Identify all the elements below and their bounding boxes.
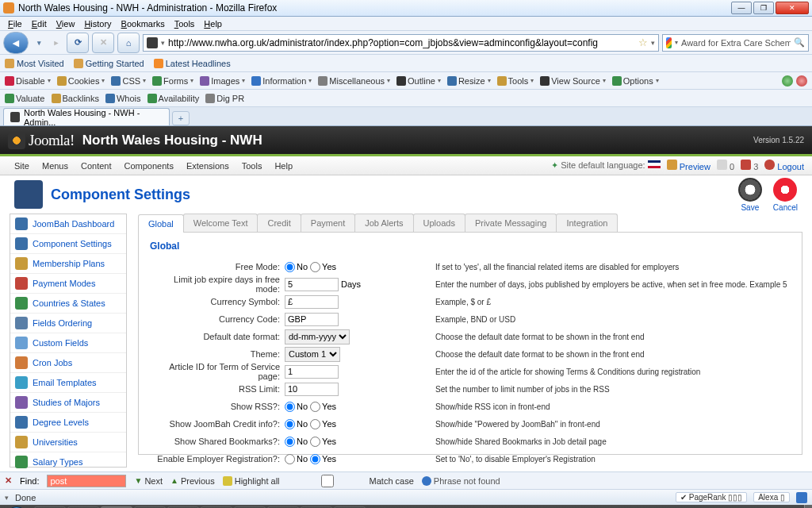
radio-no[interactable]: No (285, 419, 308, 429)
find-match-case[interactable]: Match case (288, 475, 414, 487)
seotool-availability[interactable]: Availability (147, 94, 200, 103)
logout-link[interactable]: Logout (764, 160, 804, 171)
radio-no[interactable]: No (285, 437, 308, 447)
tab-uploads[interactable]: Uploads (413, 214, 465, 232)
text-input[interactable] (285, 278, 339, 291)
devtool-outline[interactable]: Outline (396, 76, 441, 86)
cancel-button[interactable]: Cancel (773, 178, 798, 212)
sidebar-item[interactable]: JoomBah Dashboard (10, 214, 126, 234)
nav-back-dropdown[interactable]: ▾ (32, 33, 46, 53)
tab-global[interactable]: Global (138, 214, 184, 233)
nav-forward-button[interactable]: ► (49, 33, 63, 53)
devtool-css[interactable]: CSS (111, 76, 146, 86)
findbar-close[interactable]: ✕ (5, 475, 12, 486)
radio-yes[interactable]: Yes (310, 262, 336, 272)
sidebar-item[interactable]: Salary Types (10, 452, 126, 471)
pagerank-indicator[interactable]: ✔ PageRank ▯▯▯ (676, 492, 747, 502)
sidebar-item[interactable]: Fields Ordering (10, 314, 126, 333)
window-minimize[interactable]: — (731, 2, 752, 14)
bookmark-item[interactable]: Latest Headlines (154, 59, 231, 68)
window-close[interactable]: ✕ (776, 2, 809, 14)
select-input[interactable]: Custom 1 (285, 347, 340, 362)
nav-back-button[interactable]: ◄ (3, 32, 29, 54)
jmenu-tools[interactable]: Tools (236, 161, 269, 171)
sidebar-item[interactable]: Payment Modes (10, 274, 126, 294)
seotool-valuate[interactable]: Valuate (5, 94, 45, 103)
devtool-options[interactable]: Options (612, 76, 659, 86)
new-tab-button[interactable]: + (172, 111, 190, 125)
devtool-resize[interactable]: Resize (447, 76, 491, 86)
radio-no[interactable]: No (285, 454, 308, 464)
sidebar-item[interactable]: Cron Jobs (10, 353, 126, 373)
menu-tools[interactable]: Tools (170, 19, 200, 29)
bookmark-star-icon[interactable]: ☆ (638, 37, 648, 48)
tab-payment[interactable]: Payment (301, 214, 355, 232)
radio-yes[interactable]: Yes (310, 402, 336, 412)
find-input[interactable] (47, 475, 126, 487)
find-highlight-all[interactable]: Highlight all (223, 476, 280, 486)
check-fail-icon[interactable] (796, 75, 807, 87)
jmenu-site[interactable]: Site (8, 161, 36, 171)
users-count[interactable]: 3 (741, 160, 758, 171)
jmenu-menus[interactable]: Menus (36, 161, 75, 171)
nav-reload-button[interactable]: ⟳ (67, 33, 89, 53)
menu-view[interactable]: View (52, 19, 80, 29)
url-input[interactable] (168, 37, 635, 48)
devtool-tools[interactable]: Tools (497, 76, 534, 86)
messages-count[interactable]: 0 (717, 160, 734, 171)
tab-integration[interactable]: Integration (556, 214, 618, 232)
radio-yes[interactable]: Yes (310, 437, 336, 447)
jmenu-extensions[interactable]: Extensions (180, 161, 236, 171)
sidebar-item[interactable]: Email Templates (10, 373, 126, 393)
sidebar-item[interactable]: Universities (10, 433, 126, 452)
menu-edit[interactable]: Edit (27, 19, 52, 29)
menu-file[interactable]: File (3, 19, 27, 29)
search-bar[interactable]: ▾ 🔍 (662, 34, 809, 52)
devtool-cookies[interactable]: Cookies (57, 76, 105, 86)
tab-private-messaging[interactable]: Private Messaging (465, 214, 557, 232)
menu-help[interactable]: Help (199, 19, 227, 29)
check-ok-icon[interactable] (782, 75, 793, 87)
find-previous[interactable]: ▲Previous (170, 476, 215, 486)
search-input[interactable] (681, 38, 791, 48)
menu-bookmarks[interactable]: Bookmarks (117, 19, 170, 29)
find-next[interactable]: ▼Next (134, 476, 163, 486)
tab-job-alerts[interactable]: Job Alerts (354, 214, 413, 232)
devtool-miscellaneous[interactable]: Miscellaneous (318, 76, 390, 86)
select-input[interactable]: dd-mm-yyyy (285, 329, 350, 344)
sidebar-item[interactable]: Degree Levels (10, 413, 126, 433)
alexa-indicator[interactable]: Alexa ▯ (753, 492, 790, 502)
save-button[interactable]: Save (738, 178, 762, 212)
radio-yes[interactable]: Yes (310, 419, 336, 429)
show-desktop-button[interactable] (804, 505, 812, 508)
nav-home-button[interactable]: ⌂ (117, 33, 140, 53)
sidebar-item[interactable]: Custom Fields (10, 333, 126, 353)
jmenu-components[interactable]: Components (118, 161, 180, 171)
devtool-disable[interactable]: Disable (5, 76, 51, 86)
radio-no[interactable]: No (285, 262, 308, 272)
devtool-information[interactable]: Information (251, 76, 312, 86)
seotool-backlinks[interactable]: Backlinks (52, 94, 99, 103)
text-input[interactable] (285, 365, 339, 379)
bookmark-item[interactable]: Getting Started (74, 59, 144, 68)
seotool-dig pr[interactable]: Dig PR (205, 94, 244, 103)
jmenu-content[interactable]: Content (75, 161, 118, 171)
nav-stop-button[interactable]: ✕ (92, 33, 114, 53)
text-input[interactable] (285, 295, 339, 309)
url-bar[interactable]: ▾ ☆ ▾ (143, 34, 659, 52)
menu-history[interactable]: History (79, 19, 116, 29)
devtool-images[interactable]: Images (200, 76, 245, 86)
start-button[interactable] (0, 505, 33, 508)
sidebar-item[interactable]: Studies of Majors (10, 393, 126, 413)
tab-credit[interactable]: Credit (257, 214, 301, 232)
sidebar-item[interactable]: Component Settings (10, 234, 126, 254)
noscript-icon[interactable] (796, 492, 807, 503)
sidebar-item[interactable]: Membership Plans (10, 254, 126, 274)
browser-tab[interactable]: North Wales Housing - NWH - Admin... (3, 108, 170, 125)
tab-welcome-text[interactable]: Welcome Text (183, 214, 259, 232)
radio-no[interactable]: No (285, 402, 308, 412)
text-input[interactable] (285, 383, 339, 396)
radio-yes[interactable]: Yes (310, 454, 336, 464)
sidebar-item[interactable]: Countries & States (10, 294, 126, 314)
seotool-whois[interactable]: Whois (105, 94, 141, 103)
